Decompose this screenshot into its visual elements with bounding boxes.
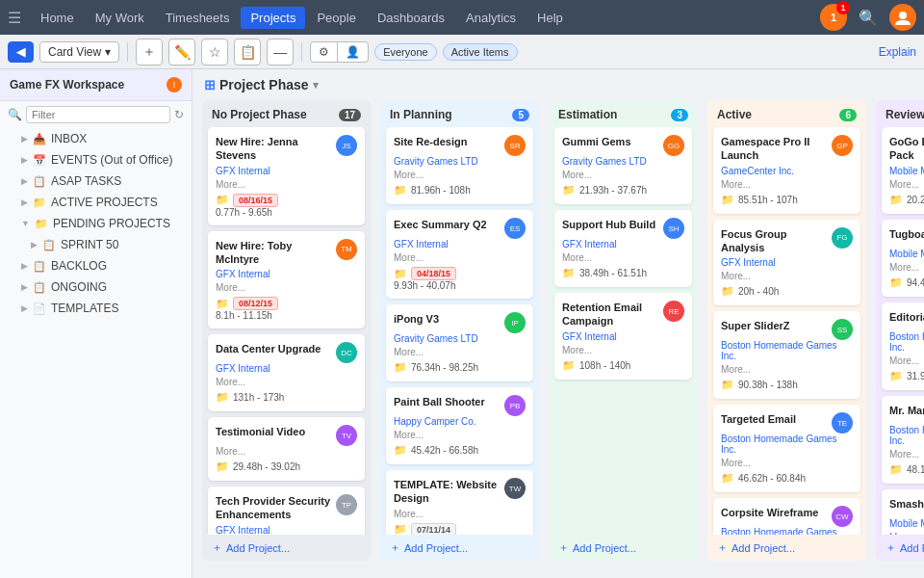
workspace-notification[interactable]: ! bbox=[167, 77, 182, 92]
nav-mywork[interactable]: My Work bbox=[86, 7, 154, 29]
card-more[interactable]: More... bbox=[394, 170, 526, 180]
edit-icon[interactable]: ✏️ bbox=[168, 39, 195, 66]
card-more[interactable]: More... bbox=[562, 170, 684, 180]
card-meta: 📁 08/12/15 bbox=[216, 297, 357, 310]
card-more[interactable]: More... bbox=[216, 179, 357, 190]
add-icon[interactable]: ＋ bbox=[136, 39, 163, 66]
user-avatar[interactable] bbox=[889, 4, 916, 31]
nav-projects[interactable]: Projects bbox=[241, 7, 305, 29]
sidebar-item-inbox[interactable]: ▶ 📥 INBOX bbox=[0, 128, 192, 149]
nav-timesheets[interactable]: Timesheets bbox=[156, 7, 240, 29]
card-avatar: GG bbox=[663, 135, 684, 156]
card-more[interactable]: More... bbox=[394, 430, 526, 440]
card-more[interactable]: More... bbox=[889, 179, 924, 190]
column-in-planning: In Planning 5 Site Re-design SR Gravity … bbox=[380, 100, 539, 561]
card-more[interactable]: More... bbox=[394, 509, 526, 519]
card-meta: 📁 45.42h - 66.58h bbox=[394, 444, 526, 457]
card-more[interactable]: More... bbox=[394, 347, 526, 357]
card-title: Paint Ball Shooter bbox=[394, 395, 485, 408]
card-meta: 📁 29.48h - 39.02h bbox=[216, 460, 357, 473]
group-button[interactable]: 👤 bbox=[338, 42, 368, 62]
card-company: GFX Internal bbox=[216, 269, 357, 279]
card-title: Exec Summary Q2 bbox=[394, 218, 487, 231]
card-meta: 📁 04/18/15 bbox=[394, 267, 526, 280]
card-more[interactable]: More... bbox=[216, 377, 357, 387]
card-company: Boston Homemade Games Inc. bbox=[889, 425, 924, 446]
nav-help[interactable]: Help bbox=[527, 7, 573, 29]
card-avatar: ES bbox=[504, 218, 526, 239]
nav-dashboards[interactable]: Dashboards bbox=[368, 7, 454, 29]
card-meta: 📁 90.38h - 138h bbox=[721, 379, 853, 391]
card-avatar: CW bbox=[832, 506, 853, 527]
add-project-review[interactable]: ＋ Add Project... bbox=[876, 535, 924, 561]
card-time-range: 48.15h - 65.39h bbox=[907, 464, 924, 475]
board-title-dropdown-icon[interactable]: ▾ bbox=[313, 79, 319, 92]
star-icon[interactable]: ☆ bbox=[201, 39, 228, 66]
card-company: Boston Homemade Games Inc. bbox=[721, 340, 853, 361]
add-project-estimation[interactable]: ＋ Add Project... bbox=[549, 535, 698, 561]
card-more[interactable]: More... bbox=[562, 345, 684, 355]
filter-button[interactable]: ⚙ bbox=[311, 42, 338, 62]
search-icon[interactable]: 🔍 bbox=[855, 4, 882, 31]
sidebar-item-sprint50[interactable]: ▶ 📋 SPRINT 50 bbox=[0, 234, 192, 255]
card-more[interactable]: More... bbox=[721, 271, 853, 281]
notifications-icon[interactable]: 1 1 bbox=[820, 4, 847, 31]
nav-people[interactable]: People bbox=[307, 7, 365, 29]
column-body-in-planning: Site Re-design SR Gravity Games LTD More… bbox=[380, 127, 539, 535]
active-items-filter[interactable]: Active Items bbox=[443, 43, 518, 61]
card-more[interactable]: More... bbox=[721, 179, 853, 190]
board-columns: No Project Phase 17 New Hire: Jenna Stev… bbox=[192, 100, 924, 570]
card-more[interactable]: More... bbox=[889, 449, 924, 460]
sidebar-item-asap-tasks[interactable]: ▶ 📋 ASAP TASKS bbox=[0, 171, 192, 192]
add-project-icon: ＋ bbox=[212, 540, 222, 555]
card-company: GFX Internal bbox=[721, 257, 853, 268]
folder-icon: 📁 bbox=[562, 267, 576, 279]
everyone-filter[interactable]: Everyone bbox=[374, 43, 436, 61]
card-time-range: 20.2h - 27.1h bbox=[907, 195, 924, 205]
sidebar-item-ongoing[interactable]: ▶ 📋 ONGOING bbox=[0, 276, 192, 298]
sidebar-item-backlog[interactable]: ▶ 📋 BACKLOG bbox=[0, 255, 192, 276]
copy-icon[interactable]: 📋 bbox=[234, 39, 261, 66]
card-new-hire-jenna: New Hire: Jenna Stevens JS GFX Internal … bbox=[208, 127, 365, 225]
add-project-icon: ＋ bbox=[558, 540, 569, 555]
hamburger-menu[interactable]: ☰ bbox=[8, 9, 21, 27]
toolbar: ◀ Card View ▾ ＋ ✏️ ☆ 📋 — ⚙ 👤 Everyone Ac… bbox=[0, 35, 924, 69]
back-button[interactable]: ◀ bbox=[8, 41, 34, 63]
board-title: ⊞ Project Phase ▾ bbox=[204, 77, 319, 92]
card-company: Boston Homemade Games Inc. bbox=[721, 434, 853, 455]
add-project-in-planning[interactable]: ＋ Add Project... bbox=[380, 535, 539, 561]
card-more[interactable]: More... bbox=[889, 355, 924, 366]
card-view-button[interactable]: Card View ▾ bbox=[39, 41, 119, 63]
explain-button[interactable]: Explain bbox=[879, 45, 916, 59]
card-company: Gravity Games LTD bbox=[394, 333, 526, 344]
board-phase-icon: ⊞ bbox=[204, 77, 216, 92]
card-more[interactable]: More... bbox=[889, 262, 924, 273]
sidebar-item-templates[interactable]: ▶ 📄 TEMPLATES bbox=[0, 298, 192, 319]
card-title: Corpsite Wireframe bbox=[721, 506, 818, 519]
sidebar-item-pending-projects[interactable]: ▼ 📁 PENDING PROJECTS bbox=[0, 213, 192, 234]
inbox-icon: 📥 bbox=[33, 133, 46, 145]
card-meta: 📁 20h - 40h bbox=[721, 285, 853, 298]
card-more[interactable]: More... bbox=[721, 364, 853, 375]
add-project-icon: ＋ bbox=[717, 540, 728, 555]
sidebar-item-events[interactable]: ▶ 📅 EVENTS (Out of Office) bbox=[0, 149, 192, 171]
add-project-no-phase[interactable]: ＋ Add Project... bbox=[202, 535, 371, 561]
sidebar-item-active-projects[interactable]: ▶ 📁 ACTIVE PROJECTS bbox=[0, 192, 192, 213]
card-more[interactable]: More... bbox=[216, 446, 357, 457]
add-project-active[interactable]: ＋ Add Project... bbox=[707, 535, 866, 561]
minus-icon[interactable]: — bbox=[267, 39, 294, 66]
card-more[interactable]: More... bbox=[721, 458, 853, 468]
nav-analytics[interactable]: Analytics bbox=[456, 7, 526, 29]
card-more[interactable]: More... bbox=[216, 282, 357, 293]
sidebar-filter-input[interactable] bbox=[26, 106, 170, 123]
nav-home[interactable]: Home bbox=[31, 7, 84, 29]
sidebar-item-label-sprint: SPRINT 50 bbox=[61, 238, 184, 251]
card-time-range: 46.62h - 60.84h bbox=[738, 473, 806, 484]
card-avatar: TE bbox=[832, 412, 853, 434]
card-title: TEMPLATE: Website Design bbox=[394, 478, 504, 506]
card-super-sliderz: Super SliderZ SS Boston Homemade Games I… bbox=[713, 311, 860, 399]
card-more[interactable]: More... bbox=[562, 252, 684, 263]
sidebar-refresh-icon[interactable]: ↻ bbox=[174, 108, 184, 121]
folder-icon: 📁 bbox=[394, 523, 407, 535]
card-more[interactable]: More... bbox=[394, 252, 526, 263]
